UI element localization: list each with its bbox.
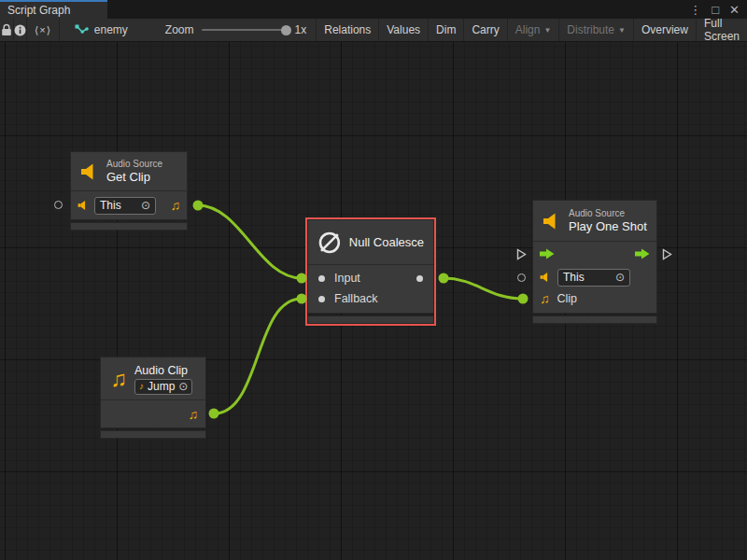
overview-button[interactable]: Overview xyxy=(634,19,697,41)
node-play-one-shot[interactable]: Audio Source Play One Shot xyxy=(532,200,657,324)
carry-button[interactable]: Carry xyxy=(464,19,507,41)
zoom-label: Zoom xyxy=(165,23,194,36)
relations-button[interactable]: Relations xyxy=(317,19,379,41)
align-dropdown-button[interactable]: Align ▼ xyxy=(508,19,560,41)
wire-endpoint[interactable] xyxy=(297,294,307,304)
tab-script-graph[interactable]: Script Graph xyxy=(0,0,107,19)
zoom-control: Zoom 1x xyxy=(141,19,317,41)
tab-bar-spacer xyxy=(107,0,689,19)
wire-output-to-clip[interactable] xyxy=(444,278,523,299)
target-row: This ⊙ xyxy=(533,266,656,288)
clip-row: ♫ Clip xyxy=(533,288,656,309)
node-subtitle: Audio Source xyxy=(106,158,162,170)
target-dot-icon: ⊙ xyxy=(615,272,625,283)
target-input-port[interactable] xyxy=(517,273,526,282)
clip-port-label: Clip xyxy=(557,292,578,305)
target-dot-icon: ⊙ xyxy=(178,381,188,392)
flow-output-arrow-icon[interactable] xyxy=(635,248,650,259)
graph-icon xyxy=(75,24,89,36)
node-footer xyxy=(307,315,434,324)
audio-source-icon xyxy=(80,162,99,181)
target-value: This xyxy=(100,199,121,212)
output-port[interactable] xyxy=(416,275,423,282)
flow-row xyxy=(533,242,656,266)
window-controls: ⋮ □ ✕ xyxy=(689,0,747,19)
graph-reference[interactable]: enemy xyxy=(60,19,141,41)
wire-audioclip-to-fallback[interactable] xyxy=(214,299,302,413)
graph-name: enemy xyxy=(94,23,128,36)
tab-bar: Script Graph ⋮ □ ✕ xyxy=(0,0,747,19)
wire-getclip-to-input[interactable] xyxy=(198,205,302,278)
null-fallback-row: Fallback xyxy=(308,288,433,309)
tab-label: Script Graph xyxy=(7,4,70,17)
null-coalesce-icon xyxy=(317,231,342,255)
flow-input-arrow-icon[interactable] xyxy=(540,248,555,259)
lock-button[interactable] xyxy=(0,19,14,41)
node-null-coalesce-header: Null Coalesce xyxy=(308,220,433,265)
target-field[interactable]: This ⊙ xyxy=(94,197,156,215)
audio-clip-value-field[interactable]: ♪ Jump ⊙ xyxy=(134,379,192,395)
note-icon: ♪ xyxy=(139,382,144,391)
target-field[interactable]: This ⊙ xyxy=(557,269,630,287)
node-play-one-shot-header: Audio Source Play One Shot xyxy=(533,201,656,242)
node-footer xyxy=(100,430,206,439)
wire-endpoint[interactable] xyxy=(209,409,219,419)
toolbar-buttons: Relations Values Dim Carry Align ▼ Distr… xyxy=(317,19,747,41)
distribute-dropdown-button[interactable]: Distribute ▼ xyxy=(559,19,634,41)
dim-button[interactable]: Dim xyxy=(429,19,464,41)
node-footer xyxy=(532,315,657,324)
wire-endpoint[interactable] xyxy=(193,201,204,211)
values-button[interactable]: Values xyxy=(379,19,429,41)
kebab-menu-icon[interactable]: ⋮ xyxy=(689,4,701,16)
node-title: Audio Clip xyxy=(134,363,192,378)
script-graph-window: Script Graph ⋮ □ ✕ ⟨×⟩ xyxy=(0,0,747,560)
info-button[interactable] xyxy=(14,19,28,41)
code-icon: ⟨×⟩ xyxy=(35,24,51,36)
audio-clip-icon: ♫ xyxy=(110,368,127,390)
node-audio-clip[interactable]: ♫ Audio Clip ♪ Jump ⊙ ♫ xyxy=(100,357,206,439)
zoom-value: 1x xyxy=(295,23,307,36)
audio-clip-output-port[interactable]: ♫ xyxy=(171,199,181,212)
node-get-clip-header: Audio Source Get Clip xyxy=(71,152,187,191)
audio-clip-output-port[interactable]: ♫ xyxy=(189,408,199,421)
node-footer xyxy=(70,222,188,231)
fallback-port[interactable] xyxy=(318,296,325,302)
graph-canvas[interactable]: Audio Source Get Clip This ⊙ ♫ xyxy=(0,42,747,560)
note-icon: ♫ xyxy=(540,292,550,305)
audio-source-icon xyxy=(540,272,551,283)
lock-icon xyxy=(1,23,12,36)
audio-source-icon xyxy=(543,212,561,231)
input-port-label: Input xyxy=(334,272,360,285)
flow-output-port[interactable] xyxy=(662,248,672,260)
maximize-icon[interactable]: □ xyxy=(712,4,719,16)
code-view-button[interactable]: ⟨×⟩ xyxy=(27,19,59,41)
audio-clip-value: Jump xyxy=(148,380,175,393)
wire-endpoint[interactable] xyxy=(297,273,307,284)
node-title: Play One Shot xyxy=(569,219,647,234)
audio-source-icon xyxy=(78,200,89,211)
close-icon[interactable]: ✕ xyxy=(729,4,740,16)
fallback-port-label: Fallback xyxy=(334,292,378,305)
chevron-down-icon: ▼ xyxy=(543,26,551,35)
chevron-down-icon: ▼ xyxy=(618,26,626,35)
node-subtitle: Audio Source xyxy=(569,207,647,219)
info-icon xyxy=(14,24,26,36)
flow-input-port[interactable] xyxy=(516,248,527,260)
null-input-row: Input xyxy=(308,268,433,288)
zoom-slider-handle[interactable] xyxy=(281,25,291,35)
node-null-coalesce[interactable]: Null Coalesce Input Fallback xyxy=(307,219,434,324)
graph-toolbar: ⟨×⟩ enemy Zoom 1x Relations Values Dim C… xyxy=(0,19,747,42)
node-audio-clip-body: ♫ xyxy=(101,400,205,427)
fullscreen-button[interactable]: Full Screen xyxy=(697,19,747,41)
input-port[interactable] xyxy=(318,275,325,282)
target-dot-icon: ⊙ xyxy=(141,200,150,211)
get-clip-target-input-port[interactable] xyxy=(54,201,63,209)
wire-endpoint[interactable] xyxy=(439,273,449,284)
target-value: This xyxy=(563,271,585,284)
zoom-slider[interactable] xyxy=(202,29,288,31)
node-audio-clip-header: ♫ Audio Clip ♪ Jump ⊙ xyxy=(101,357,205,400)
node-get-clip-body: This ⊙ ♫ xyxy=(71,191,187,219)
node-get-clip[interactable]: Audio Source Get Clip This ⊙ ♫ xyxy=(70,151,188,231)
wire-endpoint[interactable] xyxy=(518,294,529,304)
node-title: Get Clip xyxy=(106,170,162,185)
